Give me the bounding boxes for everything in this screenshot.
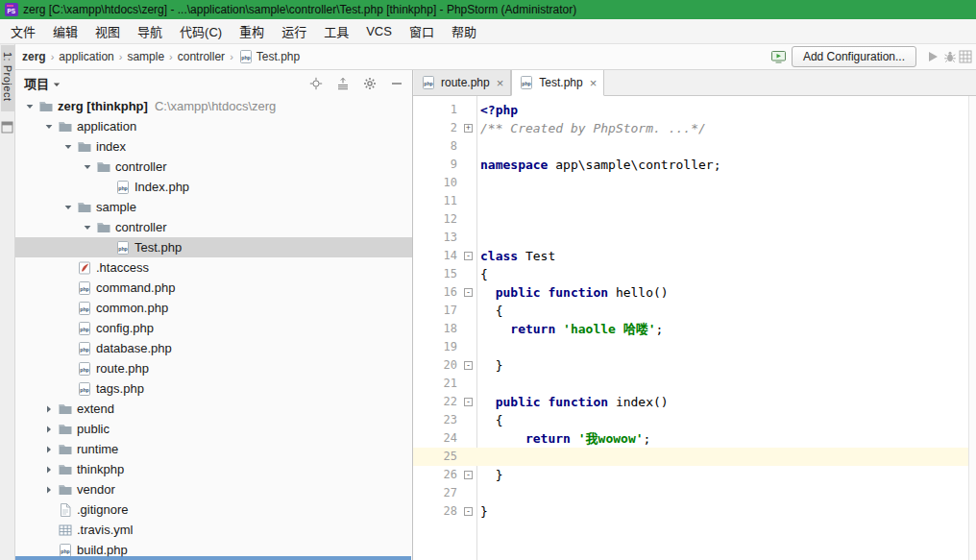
coverage-icon[interactable] bbox=[959, 48, 976, 65]
code-line-12[interactable]: 12 bbox=[413, 210, 976, 229]
fold-collapse-icon[interactable]: - bbox=[464, 288, 473, 297]
tree-item-htaccess[interactable]: .htaccess bbox=[15, 257, 412, 278]
code-line-9[interactable]: 9namespace app\sample\controller; bbox=[413, 156, 976, 174]
code-line-28[interactable]: 28-} bbox=[413, 502, 976, 521]
code-line-24[interactable]: 24 return '我wowow'; bbox=[413, 429, 976, 448]
menu-item-导航[interactable]: 导航 bbox=[129, 22, 171, 40]
code-line-22[interactable]: 22- public function index() bbox=[413, 393, 976, 411]
code-line-13[interactable]: 13 bbox=[413, 229, 976, 247]
tree-item-gitignore[interactable]: .gitignore bbox=[15, 499, 412, 520]
project-toolwindow-button[interactable]: 1: Project bbox=[1, 45, 14, 111]
code-line-8[interactable]: 8 bbox=[413, 137, 976, 156]
tree-item-public[interactable]: public bbox=[15, 419, 412, 439]
run-icon[interactable] bbox=[924, 48, 941, 65]
code-line-2[interactable]: 2+/** Created by PhpStorm. ...*/ bbox=[413, 119, 976, 137]
tree-item-controller[interactable]: controller bbox=[15, 217, 412, 237]
editor[interactable]: 1<?php2+/** Created by PhpStorm. ...*/89… bbox=[413, 96, 976, 560]
code-line-1[interactable]: 1<?php bbox=[413, 101, 976, 119]
code-line-14[interactable]: 14-class Test bbox=[413, 247, 976, 265]
tree-item-config-php[interactable]: phpconfig.php bbox=[15, 318, 412, 338]
tree-item-database-php[interactable]: phpdatabase.php bbox=[15, 338, 412, 358]
code-line-23[interactable]: 23 { bbox=[413, 411, 976, 429]
fold-collapse-icon[interactable]: - bbox=[464, 361, 473, 370]
code-line-17[interactable]: 17 { bbox=[413, 302, 976, 320]
tree-item-test-php[interactable]: phpTest.php bbox=[15, 237, 412, 257]
fold-collapse-icon[interactable]: - bbox=[464, 471, 473, 479]
code-line-19[interactable]: 19 bbox=[413, 338, 976, 356]
code-line-16[interactable]: 16- public function hello() bbox=[413, 283, 976, 302]
menu-item-工具[interactable]: 工具 bbox=[315, 22, 357, 40]
chevron-down-icon[interactable] bbox=[40, 119, 57, 134]
chevron-down-icon[interactable] bbox=[60, 139, 76, 155]
collapse-all-icon[interactable] bbox=[335, 76, 351, 91]
dropdown-arrow-icon[interactable] bbox=[53, 81, 61, 88]
menu-item-文件[interactable]: 文件 bbox=[2, 22, 44, 40]
chevron-right-icon[interactable] bbox=[40, 422, 57, 437]
code-line-26[interactable]: 26- } bbox=[413, 466, 976, 484]
menu-item-运行[interactable]: 运行 bbox=[273, 22, 315, 40]
menu-item-视图[interactable]: 视图 bbox=[86, 22, 129, 40]
code-line-25[interactable]: 25 bbox=[413, 448, 976, 466]
fold-collapse-icon[interactable]: - bbox=[464, 252, 473, 260]
tab-test-php[interactable]: phpTest.php× bbox=[511, 70, 604, 96]
tree-item-tags-php[interactable]: phptags.php bbox=[15, 378, 412, 399]
tree-item-common-php[interactable]: phpcommon.php bbox=[15, 298, 412, 318]
chevron-down-icon[interactable] bbox=[21, 99, 37, 114]
toolwindow-icon[interactable] bbox=[1, 121, 13, 134]
locate-icon[interactable] bbox=[308, 76, 324, 91]
tree-item-extend[interactable]: extend bbox=[15, 399, 412, 419]
chevron-down-icon[interactable] bbox=[60, 200, 76, 215]
tab-route-php[interactable]: phproute.php× bbox=[414, 70, 511, 95]
breadcrumb-item-zerg[interactable]: zerg bbox=[22, 50, 46, 63]
code-line-10[interactable]: 10 bbox=[413, 174, 976, 192]
project-panel-title[interactable]: 项目 bbox=[24, 74, 49, 92]
chevron-right-icon[interactable] bbox=[40, 462, 57, 477]
code-line-15[interactable]: 15{ bbox=[413, 265, 976, 283]
debug-icon[interactable] bbox=[941, 48, 959, 65]
code-line-18[interactable]: 18 return 'haolle 哈喽'; bbox=[413, 320, 976, 338]
code-line-20[interactable]: 20- } bbox=[413, 356, 976, 375]
add-configuration-button[interactable]: Add Configuration... bbox=[792, 46, 916, 67]
tree-item-sample[interactable]: sample bbox=[15, 197, 412, 217]
fold-collapse-icon[interactable]: - bbox=[464, 398, 473, 406]
code-area[interactable]: 1<?php2+/** Created by PhpStorm. ...*/89… bbox=[413, 96, 976, 560]
tree-item-controller[interactable]: controller bbox=[15, 157, 412, 177]
menu-item-代码-c[interactable]: 代码(C) bbox=[171, 22, 231, 40]
breadcrumb-item-test-php[interactable]: phpTest.php bbox=[238, 49, 300, 64]
breadcrumb-item-application[interactable]: application bbox=[59, 50, 113, 63]
tree-item-application[interactable]: application bbox=[15, 116, 412, 136]
fold-collapse-icon[interactable]: - bbox=[464, 507, 473, 516]
menu-item-窗口[interactable]: 窗口 bbox=[401, 22, 443, 40]
code-line-11[interactable]: 11 bbox=[413, 192, 976, 210]
fold-expand-icon[interactable]: + bbox=[464, 124, 473, 133]
chevron-right-icon[interactable] bbox=[40, 482, 57, 498]
tree-item-zerg-thinkphp[interactable]: zerg [thinkphp]C:\xampp\htdocs\zerg bbox=[15, 96, 412, 116]
breadcrumb-item-controller[interactable]: controller bbox=[178, 50, 225, 63]
tree-item-index-php[interactable]: phpIndex.php bbox=[15, 177, 412, 197]
chevron-right-icon[interactable] bbox=[40, 442, 57, 457]
breadcrumb-item-sample[interactable]: sample bbox=[127, 50, 164, 63]
tree-item-vendor[interactable]: vendor bbox=[15, 479, 412, 499]
code-line-21[interactable]: 21 bbox=[413, 375, 976, 393]
tree-item-travis-yml[interactable]: .travis.yml bbox=[15, 520, 412, 540]
tree-item-route-php[interactable]: phproute.php bbox=[15, 358, 412, 378]
close-tab-icon[interactable]: × bbox=[590, 76, 598, 90]
tree-item-runtime[interactable]: runtime bbox=[15, 439, 412, 459]
tree-item-thinkphp[interactable]: thinkphp bbox=[15, 459, 412, 479]
chevron-down-icon[interactable] bbox=[79, 220, 95, 235]
close-tab-icon[interactable]: × bbox=[497, 76, 504, 90]
gear-icon[interactable] bbox=[362, 76, 378, 91]
tree-item-index[interactable]: index bbox=[15, 136, 412, 157]
chevron-right-icon[interactable] bbox=[40, 402, 57, 417]
tree-item-command-php[interactable]: phpcommand.php bbox=[15, 278, 412, 298]
editor-vertical-scrollbar[interactable] bbox=[968, 96, 976, 560]
menu-item-重构[interactable]: 重构 bbox=[231, 22, 273, 40]
menu-item-帮助[interactable]: 帮助 bbox=[443, 22, 485, 40]
hide-panel-icon[interactable] bbox=[389, 76, 404, 91]
chevron-down-icon[interactable] bbox=[79, 159, 95, 175]
menu-item-vcs[interactable]: VCS bbox=[357, 24, 401, 38]
run-config-icon[interactable] bbox=[770, 48, 788, 65]
project-horizontal-scrollbar[interactable] bbox=[15, 556, 411, 560]
code-line-27[interactable]: 27 bbox=[413, 484, 976, 502]
menu-item-编辑[interactable]: 编辑 bbox=[44, 22, 86, 40]
